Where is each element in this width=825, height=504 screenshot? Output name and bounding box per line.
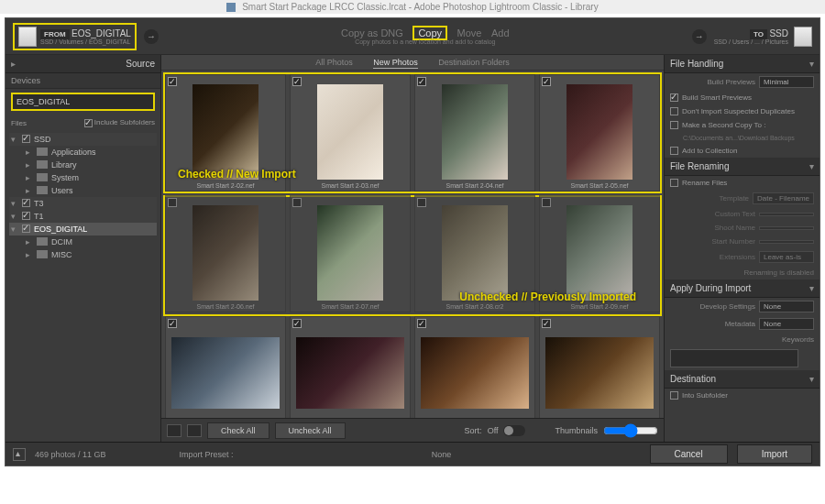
checkbox-icon [22,225,30,233]
suspected-duplicates-toggle[interactable]: Don't Import Suspected Duplicates [665,104,820,118]
sort-direction-toggle[interactable] [503,425,525,436]
window-title: Smart Start Package LRCC Classic.lrcat -… [242,2,599,12]
thumbnail-cell[interactable]: ✓ [539,316,660,418]
tab-all-photos[interactable]: All Photos [315,58,353,67]
tab-new-photos[interactable]: New Photos [373,58,418,69]
window-titlebar: Smart Start Package LRCC Classic.lrcat -… [0,0,825,14]
document-icon [226,3,236,12]
expand-icon[interactable] [13,448,26,461]
thumbnail-cell[interactable]: Smart Start 2-06.nef [165,195,286,312]
folder-icon [37,186,48,194]
import-preset-value[interactable]: None [432,450,452,459]
volume-label: T1 [34,212,44,221]
metadata-select[interactable]: None [759,318,814,330]
import-checkbox[interactable]: ✓ [168,319,177,328]
thumbnail-filename: Smart Start 2-02.nef [166,182,285,189]
start-number-input[interactable] [759,240,814,244]
import-checkbox[interactable]: ✓ [292,319,302,328]
file-handling-header[interactable]: File Handling▾ [665,55,820,73]
import-checkbox[interactable] [542,198,551,207]
thumbnail-cell[interactable]: ✓ [165,316,286,418]
thumbnail-grid[interactable]: Checked // New Import Unchecked // Previ… [161,71,664,418]
thumbnail-cell[interactable]: ✓Smart Start 2-05.nef [539,74,660,192]
into-subfolder-toggle[interactable]: Into Subfolder [665,389,820,402]
sort-value[interactable]: Off [488,426,499,435]
mode-move[interactable]: Move [457,27,482,38]
custom-text-input[interactable] [759,213,814,216]
tree-volume[interactable]: ▾T3 [9,197,157,210]
custom-text-label: Custom Text [670,210,755,218]
file-renaming-header[interactable]: File Renaming▾ [665,158,820,176]
rename-files-toggle[interactable]: Rename Files [665,176,820,190]
thumbnail-size-slider[interactable] [603,423,658,438]
from-source-selector[interactable]: FROM EOS_DIGITAL SSD / Volumes / EOS_DIG… [13,23,137,50]
uncheck-all-button[interactable]: Uncheck All [275,422,346,439]
extensions-select[interactable]: Leave as-is [759,251,814,263]
tree-folder[interactable]: ▸DCIM [9,236,157,248]
import-checkbox[interactable] [417,198,426,207]
chevron-down-icon: ▾ [809,59,814,69]
import-checkbox[interactable]: ✓ [542,77,551,86]
destination-header[interactable]: Destination▾ [665,370,820,389]
chevron-down-icon: ▾ [11,212,18,221]
import-checkbox[interactable]: ✓ [292,77,302,86]
chevron-right-icon: ▸ [26,250,33,259]
source-panel-header[interactable]: ▸ Source [6,55,160,73]
thumbnail-cell[interactable]: Smart Start 2-07.nef [290,195,411,312]
to-path: SSD / Users / ... / Pictures [714,38,788,45]
apply-during-import-header[interactable]: Apply During Import▾ [665,279,820,298]
checkbox-icon [84,119,93,127]
shoot-name-input[interactable] [759,226,814,230]
keywords-input[interactable] [670,349,798,367]
thumbnail-filename: Smart Start 2-04.nef [415,182,534,189]
thumbnail-area: All Photos New Photos Destination Folder… [161,55,664,442]
tree-volume[interactable]: ▾T1 [9,210,157,223]
check-all-button[interactable]: Check All [207,422,270,439]
thumbnail-cell[interactable]: ✓Smart Start 2-03.nef [290,74,411,192]
template-select[interactable]: Date - Filename [753,192,814,204]
build-previews-select[interactable]: Minimal [759,76,814,88]
import-checkbox[interactable]: ✓ [542,319,551,328]
tab-destination-folders[interactable]: Destination Folders [438,58,510,67]
chevron-right-icon: ▸ [26,160,33,170]
second-copy-toggle[interactable]: Make a Second Copy To : [665,118,820,132]
smart-previews-toggle[interactable]: Build Smart Previews [665,91,820,104]
selected-device[interactable]: EOS_DIGITAL [11,93,155,111]
import-button[interactable]: Import [737,444,812,464]
photo-thumbnail [296,337,404,409]
add-to-collection-toggle[interactable]: Add to Collection [665,144,820,158]
thumbnail-cell[interactable]: ✓Smart Start 2-04.nef [414,74,535,192]
tree-volume[interactable]: ▾EOS_DIGITAL [9,223,157,236]
import-checkbox[interactable] [168,198,177,207]
mode-add[interactable]: Add [491,27,510,38]
chevron-right-icon: ▸ [11,59,16,69]
start-number-label: Start Number [670,237,755,246]
develop-settings-select[interactable]: None [759,301,814,312]
mode-subtitle: Copy photos to a new location and add to… [166,38,685,45]
import-checkbox[interactable]: ✓ [417,77,426,86]
photo-thumbnail [566,84,632,180]
tree-folder[interactable]: ▸System [9,171,157,184]
tree-volume[interactable]: ▾SSD [9,133,157,146]
tree-folder[interactable]: ▸Library [9,159,157,171]
status-text: 469 photos / 11 GB [35,450,106,459]
from-path: SSD / Volumes / EOS_DIGITAL [40,38,131,45]
grid-view-icon[interactable] [167,424,182,437]
mode-copy-as-dng[interactable]: Copy as DNG [341,27,403,38]
thumbnail-filename: Smart Start 2-03.nef [291,182,410,189]
arrow-right-icon: → [144,29,159,44]
tree-folder[interactable]: ▸MISC [9,248,157,261]
import-checkbox[interactable] [292,198,302,207]
to-destination-selector[interactable]: TO SSD SSD / Users / ... / Pictures [714,27,812,47]
thumbnail-cell[interactable]: ✓ [290,316,411,418]
folder-label: System [51,173,79,182]
include-subfolders-toggle[interactable]: Include Subfolders [84,118,156,126]
import-checkbox[interactable]: ✓ [168,77,177,86]
tree-folder[interactable]: ▸Applications [9,146,157,159]
import-checkbox[interactable]: ✓ [417,319,426,328]
thumbnail-cell[interactable]: ✓ [414,316,535,418]
tree-folder[interactable]: ▸Users [9,184,157,197]
chevron-down-icon: ▾ [11,135,18,144]
cancel-button[interactable]: Cancel [650,444,728,464]
loupe-view-icon[interactable] [187,424,202,437]
